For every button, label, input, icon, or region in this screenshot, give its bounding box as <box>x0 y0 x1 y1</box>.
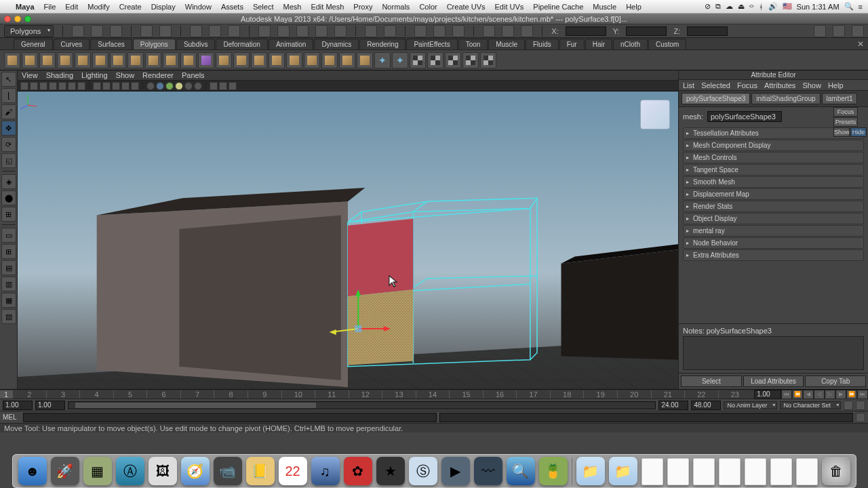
volume-icon[interactable]: 🔊 <box>768 2 778 11</box>
prefs-icon[interactable] <box>856 401 865 410</box>
preview-icon[interactable]: 🖼 <box>149 457 177 485</box>
load-attributes-button[interactable]: Load Attributes <box>743 375 804 387</box>
menu-muscle[interactable]: Muscle <box>588 3 621 11</box>
dock-file-icon[interactable] <box>642 458 663 485</box>
sculpt-icon[interactable] <box>374 52 391 68</box>
play-forward-icon[interactable]: ▷ <box>825 390 835 399</box>
tab-surfaces[interactable]: Surfaces <box>90 39 132 49</box>
attr-tab-sg[interactable]: initialShadingGroup <box>751 93 820 104</box>
four-view-icon[interactable]: ⊞ <box>1 244 16 259</box>
tab-muscle[interactable]: Muscle <box>488 39 525 49</box>
app-store-icon[interactable]: Ⓐ <box>116 457 144 485</box>
app-menu[interactable]: Maya <box>11 3 39 11</box>
poly-pipe-icon[interactable] <box>145 52 161 68</box>
attr-section[interactable]: Extra Attributes <box>683 249 864 261</box>
lasso-tool[interactable]: ɭ <box>1 88 16 103</box>
tab-fluids[interactable]: Fluids <box>526 39 559 49</box>
autokey-icon[interactable] <box>844 401 853 410</box>
universal-manip-tool[interactable]: ◈ <box>1 174 16 189</box>
outliner-icon[interactable]: ▧ <box>1 309 16 324</box>
dock-file-icon[interactable] <box>770 458 792 485</box>
select-button[interactable]: Select <box>681 375 742 387</box>
lasso-icon[interactable] <box>209 25 221 37</box>
contacts-icon[interactable]: 📒 <box>246 457 275 485</box>
cmd-input[interactable] <box>23 413 437 422</box>
vp-icon[interactable] <box>121 82 130 90</box>
clock[interactable]: Sun 1:31 AM <box>797 3 840 11</box>
vp-icon[interactable] <box>20 82 28 90</box>
redo-icon[interactable] <box>159 25 172 37</box>
viewcube[interactable] <box>640 100 670 129</box>
select-mode-icon[interactable] <box>190 25 202 37</box>
render-settings-icon[interactable] <box>452 25 465 37</box>
vp-icon[interactable] <box>156 82 164 90</box>
tab-subdivs[interactable]: Subdivs <box>176 39 216 49</box>
facetime-icon[interactable]: 📹 <box>214 457 242 485</box>
snap-live-icon[interactable] <box>334 25 347 37</box>
vp-icon[interactable] <box>49 82 57 90</box>
vp-icon[interactable] <box>112 82 120 90</box>
playback-end-field[interactable] <box>658 401 688 410</box>
current-frame-field[interactable] <box>754 390 781 399</box>
finder-icon[interactable]: ☻ <box>18 457 47 485</box>
play-back-icon[interactable]: ◁ <box>814 390 825 399</box>
flag-icon[interactable]: 🇺🇸 <box>783 2 792 11</box>
poly-pyramid-icon[interactable] <box>127 52 144 68</box>
vp-show[interactable]: Show <box>116 71 135 79</box>
vp-icon[interactable] <box>102 82 111 90</box>
persp-outliner-icon[interactable]: ▤ <box>1 260 16 275</box>
poly-cube-icon[interactable] <box>22 52 38 68</box>
tab-ncloth[interactable]: nCloth <box>613 39 648 49</box>
dock-file-icon[interactable] <box>667 458 689 485</box>
uvmap-icon[interactable] <box>410 52 426 68</box>
menu-file[interactable]: File <box>39 3 61 11</box>
copy-tab-button[interactable]: Copy Tab <box>805 375 866 387</box>
poly-cone-icon[interactable] <box>57 52 73 68</box>
menu-help[interactable]: Help <box>621 3 646 11</box>
vp-icon[interactable] <box>93 82 101 90</box>
vp-view[interactable]: View <box>22 71 38 79</box>
history-icon[interactable] <box>365 25 377 37</box>
bridge-icon[interactable] <box>339 52 355 68</box>
booleans-icon[interactable] <box>286 52 302 68</box>
poly-torus-icon[interactable] <box>92 52 108 68</box>
script-editor-icon[interactable] <box>856 413 865 422</box>
attr-section[interactable]: Node Behavior <box>683 237 864 249</box>
attr-section[interactable]: Displacement Map <box>683 188 864 200</box>
single-persp-icon[interactable]: ▭ <box>1 228 16 243</box>
ipr-render-icon[interactable] <box>433 25 446 37</box>
cmd-label[interactable]: MEL <box>3 413 20 421</box>
snap-point-icon[interactable] <box>296 25 309 37</box>
status-icon[interactable]: ⊘ <box>705 2 711 11</box>
tab-dynamics[interactable]: Dynamics <box>314 39 359 49</box>
layer-icon[interactable] <box>521 25 533 37</box>
launchpad-icon[interactable]: 🚀 <box>51 457 79 485</box>
planar-uv-icon[interactable] <box>427 52 443 68</box>
soft-mod-tool[interactable]: ⬤ <box>1 190 16 205</box>
attr-menu-show[interactable]: Show <box>802 81 821 89</box>
snap-plane-icon[interactable] <box>315 25 328 37</box>
next-key-icon[interactable]: ▶ <box>835 390 846 399</box>
append-icon[interactable] <box>357 52 373 68</box>
bluetooth-icon[interactable]: ᚼ <box>759 3 764 11</box>
vp-renderer[interactable]: Renderer <box>142 71 174 79</box>
skype-icon[interactable]: Ⓢ <box>409 457 437 485</box>
sidebar-toggle-icon[interactable] <box>814 25 826 37</box>
itunes-icon[interactable]: ♫ <box>311 457 340 485</box>
tab-custom[interactable]: Custom <box>648 39 686 49</box>
mirror-icon[interactable] <box>392 52 408 68</box>
menu-assets[interactable]: Assets <box>216 3 248 11</box>
poly-cylinder-icon[interactable] <box>39 52 56 68</box>
smooth-icon[interactable] <box>269 52 285 68</box>
quicktime-icon[interactable]: ▶ <box>441 457 470 485</box>
notification-icon[interactable]: ≡ <box>859 3 863 11</box>
coord-z-field[interactable] <box>687 26 728 36</box>
minimize-button[interactable] <box>14 16 21 22</box>
hide-button[interactable]: Hide <box>850 127 867 137</box>
poly-helix-icon[interactable] <box>163 52 179 68</box>
dock-file-icon[interactable] <box>693 458 715 485</box>
show-button[interactable]: Show <box>833 127 850 137</box>
maya-icon[interactable]: 〰 <box>474 457 502 485</box>
tab-general[interactable]: General <box>14 39 53 49</box>
snap-curve-icon[interactable] <box>277 25 290 37</box>
